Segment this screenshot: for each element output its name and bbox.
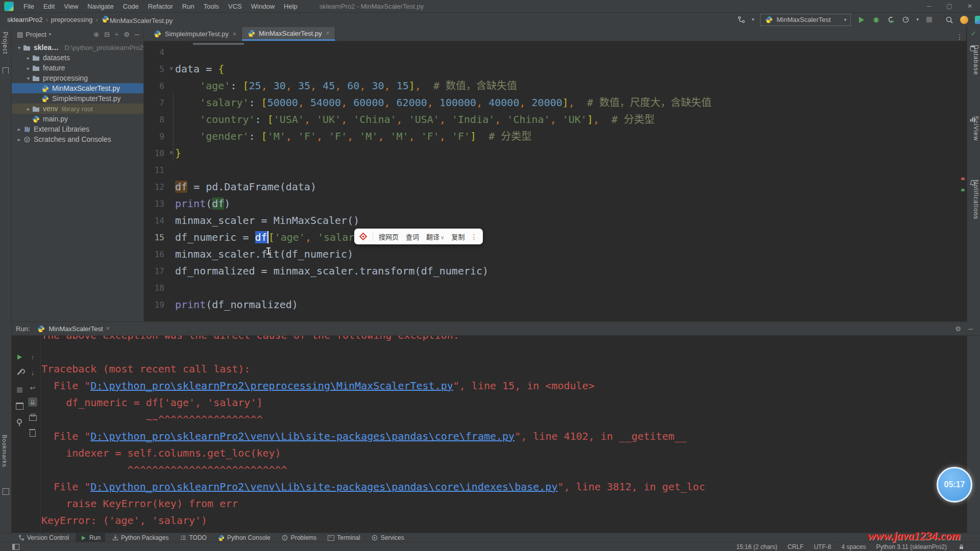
toolwindow-todo[interactable]: TODO (175, 533, 211, 542)
run-settings-gear-icon[interactable]: ⚙ (955, 325, 961, 333)
stop-process-button[interactable] (15, 385, 24, 394)
tree-item-preprocessing[interactable]: ▾preprocessing (12, 73, 143, 83)
tab-close-icon[interactable]: × (233, 31, 236, 38)
toolwindow-python-packages[interactable]: Python Packages (107, 533, 173, 542)
line-number[interactable]: 13 (144, 195, 167, 212)
line-number[interactable]: 17 (144, 263, 167, 280)
scroll-to-end-icon[interactable]: ⇊ (28, 397, 37, 407)
chevron-right-icon[interactable]: ▸ (25, 55, 32, 61)
tool-stripe-notifications[interactable]: Notifications (969, 180, 976, 186)
line-number[interactable]: 4 (144, 44, 167, 61)
chevron-right-icon[interactable]: ▸ (16, 137, 22, 142)
run-config-settings-icon[interactable] (15, 368, 24, 377)
toolwindow-version-control[interactable]: Version Control (13, 533, 74, 542)
fold-marker-icon[interactable]: ˄ (167, 145, 175, 162)
pin-tab-icon[interactable] (15, 417, 24, 426)
minimize-button[interactable]: ─ (919, 0, 939, 12)
code-editor[interactable]: 45˅data = {6 'age': [25, 30, 35, 45, 60,… (144, 41, 966, 321)
run-tab-close-icon[interactable]: × (106, 325, 110, 332)
menu-refactor[interactable]: Refactor (143, 0, 178, 12)
popup-more-icon[interactable]: ⋮ (470, 233, 477, 241)
up-stack-trace-icon[interactable]: ↑ (28, 353, 37, 362)
interpreter-widget[interactable]: Python 3.11 (sklearnPro2) (876, 543, 947, 550)
fold-marker-icon[interactable]: ˅ (167, 61, 175, 78)
restore-layout-icon[interactable] (15, 402, 24, 411)
tab-close-icon[interactable]: × (326, 30, 330, 37)
settings-gear-icon[interactable]: ⚙ (124, 31, 130, 38)
menu-tools[interactable]: Tools (199, 0, 224, 12)
debug-button[interactable] (872, 15, 880, 24)
menu-edit[interactable]: Edit (39, 0, 59, 12)
chevron-right-icon[interactable]: ▸ (25, 106, 32, 112)
close-button[interactable]: ✕ (960, 0, 980, 12)
menu-run[interactable]: Run (178, 0, 199, 12)
line-number[interactable]: 11 (144, 162, 167, 179)
toolwindow-terminal[interactable]: Terminal (323, 533, 364, 542)
chevron-right-icon[interactable]: ▸ (16, 127, 22, 132)
locate-file-icon[interactable]: ⊕ (93, 31, 99, 38)
stack-trace-link[interactable]: D:\python_pro\sklearnPro2\preprocessing\… (90, 380, 453, 392)
caret-stripe-mark[interactable] (961, 189, 965, 191)
popup-item[interactable]: 搜网页 (379, 232, 399, 241)
run-tab[interactable]: MinMaxScalerTest × (37, 324, 109, 333)
expand-all-icon[interactable]: ÷ (115, 31, 118, 38)
search-everywhere-button[interactable] (945, 15, 953, 24)
soft-wrap-icon[interactable]: ↩ (28, 383, 37, 392)
layout-widget-icon[interactable] (12, 544, 19, 550)
error-stripe-mark[interactable] (961, 178, 965, 180)
tool-stripe-bookmarks[interactable]: Bookmarks (2, 435, 8, 467)
run-button[interactable] (857, 15, 866, 24)
editor-area[interactable]: SimpleImputerTest.py×MinMaxScalerTest.py… (144, 27, 966, 321)
line-number[interactable]: 6 (144, 78, 167, 94)
line-number[interactable]: 19 (144, 296, 167, 313)
breadcrumb-item[interactable]: preprocessing (51, 16, 93, 23)
run-config-selector[interactable]: MinMaxScalerTest ▾ (760, 14, 851, 26)
caret-position-widget[interactable]: 15:16 (2 chars) (736, 543, 777, 550)
project-view-dropdown-icon[interactable]: ▾ (49, 32, 52, 37)
vcs-dropdown-icon[interactable]: ▾ (752, 17, 754, 22)
line-number[interactable]: 15 (144, 229, 167, 246)
menu-file[interactable]: File (19, 0, 39, 12)
tool-stripe-database[interactable]: Database (969, 45, 976, 52)
line-number[interactable]: 5 (144, 61, 167, 78)
line-ending-widget[interactable]: CRLF (788, 543, 803, 550)
vcs-widget-icon[interactable] (737, 15, 746, 24)
profiler-dropdown-icon[interactable]: ▾ (916, 17, 919, 22)
toolwindow-problems[interactable]: Problems (277, 533, 322, 542)
tool-stripe-sciview[interactable]: SciView (969, 116, 976, 122)
menu-help[interactable]: Help (279, 0, 302, 12)
encoding-widget[interactable]: UTF-8 (814, 543, 831, 550)
menu-window[interactable]: Window (247, 0, 279, 12)
stack-trace-link[interactable]: D:\python_pro\sklearnPro2\venv\Lib\site-… (90, 430, 514, 442)
bookmark-icon[interactable] (3, 67, 9, 74)
stack-trace-link[interactable]: D:\python_pro\sklearnPro2\venv\Lib\site-… (90, 481, 557, 493)
tab-options-icon[interactable]: ⋮ (956, 33, 963, 41)
lock-icon[interactable] (957, 543, 966, 551)
tree-item-simpleimputertest-py[interactable]: SimpleImputerTest.py (12, 93, 143, 104)
run-panel-hide-icon[interactable]: ─ (968, 325, 973, 333)
tree-item-external-libraries[interactable]: ▸External Libraries (12, 124, 143, 134)
toolwindow-services[interactable]: Services (367, 533, 409, 542)
print-icon[interactable] (28, 413, 37, 422)
plugin-orange-icon[interactable] (960, 15, 968, 24)
rerun-button[interactable] (15, 353, 24, 362)
popup-item[interactable]: 翻译∨ (426, 232, 444, 241)
collapse-all-icon[interactable]: ⊟ (104, 31, 110, 38)
tree-item-feature[interactable]: ▸feature (12, 63, 143, 73)
menu-code[interactable]: Code (118, 0, 143, 12)
indent-widget[interactable]: 4 spaces (841, 543, 866, 550)
tab-simpleimputertest-py[interactable]: SimpleImputerTest.py× (148, 27, 242, 41)
down-stack-trace-icon[interactable]: ↓ (28, 368, 37, 377)
line-number[interactable]: 12 (144, 179, 167, 195)
stop-button[interactable] (925, 15, 934, 24)
coverage-button[interactable] (887, 15, 895, 24)
tree-item-scratches-and-consoles[interactable]: ▸Scratches and Consoles (12, 134, 143, 144)
line-number[interactable]: 16 (144, 246, 167, 263)
toolwindow-run[interactable]: Run (76, 533, 105, 542)
tree-item-main-py[interactable]: main.py (12, 114, 143, 124)
menu-vcs[interactable]: VCS (224, 0, 247, 12)
toolwindow-python-console[interactable]: Python Console (213, 533, 275, 542)
line-number[interactable]: 7 (144, 94, 167, 111)
line-number[interactable]: 8 (144, 111, 167, 128)
project-panel-title[interactable]: Project (26, 31, 46, 38)
